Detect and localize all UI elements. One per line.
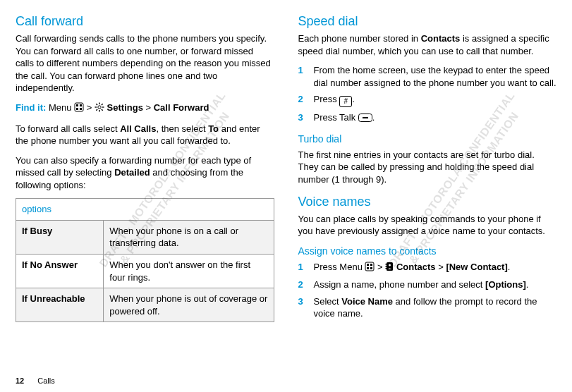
list-item: 3 Select Voice Name and follow the promp… [298, 295, 557, 320]
opt-label: If Unreachable [16, 288, 104, 322]
right-column: Speed dial Each phone number stored in C… [298, 13, 557, 327]
svg-rect-20 [370, 267, 372, 269]
svg-rect-4 [80, 108, 82, 110]
svg-line-13 [96, 109, 97, 111]
svg-point-5 [98, 106, 101, 109]
list-item: 1 Press Menu > Contacts > [New Contact]. [298, 261, 557, 275]
svg-rect-22 [386, 264, 387, 265]
svg-rect-17 [367, 264, 369, 266]
assign-voice-heading: Assign voice names to contacts [298, 245, 557, 258]
detailed-para: You can also specify a forwarding number… [16, 154, 274, 192]
page-footer: 12 Calls [16, 376, 55, 386]
turbo-dial-heading: Turbo dial [298, 133, 557, 146]
svg-line-11 [102, 109, 103, 111]
gear-icon [95, 102, 104, 116]
svg-rect-23 [386, 266, 387, 267]
svg-rect-19 [367, 267, 369, 269]
call-forward-heading: Call forward [16, 13, 274, 30]
list-item: 3 Press Talk . [298, 111, 557, 125]
svg-rect-0 [75, 103, 83, 111]
voice-names-steps: 1 Press Menu > Contacts > [New Contact].… [298, 261, 557, 320]
gt1: > [87, 102, 92, 113]
find-it-line: Find it: Menu > Settings > Call Forward [16, 102, 274, 116]
svg-rect-2 [80, 104, 82, 106]
section-name: Calls [37, 376, 54, 385]
options-header: options [16, 199, 274, 221]
speed-dial-heading: Speed dial [298, 13, 557, 30]
svg-rect-18 [370, 264, 372, 266]
menu-icon [365, 262, 375, 275]
opt-desc: When your phone is out of coverage or po… [104, 288, 274, 322]
svg-rect-3 [76, 108, 78, 110]
call-forward-intro: Call forwarding sends calls to the phone… [16, 32, 274, 94]
svg-rect-1 [76, 104, 78, 106]
page-number: 12 [16, 376, 24, 385]
menu-icon [74, 102, 84, 116]
svg-rect-15 [363, 117, 368, 118]
opt-label: If No Answer [16, 254, 104, 288]
table-row: If Busy When your phone is on a call or … [16, 220, 274, 254]
turbo-dial-text: The first nine entries in your contacts … [298, 149, 557, 186]
contacts-icon [385, 262, 394, 275]
speed-dial-steps: 1 From the home screen, use the keypad t… [298, 64, 557, 125]
findit-settings: Settings [107, 102, 143, 113]
svg-point-25 [389, 264, 391, 266]
left-column: Call forward Call forwarding sends calls… [16, 13, 274, 327]
findit-menu: Menu [49, 102, 72, 113]
opt-label: If Busy [16, 220, 104, 254]
table-row: If Unreachable When your phone is out of… [16, 288, 274, 322]
svg-line-10 [96, 104, 97, 105]
hash-key-icon: # [339, 96, 352, 107]
options-table: options If Busy When your phone is on a … [16, 198, 274, 322]
list-item: 1 From the home screen, use the keypad t… [298, 64, 557, 89]
list-item: 2 Press #. [298, 93, 557, 107]
find-it-label: Find it: [16, 102, 46, 113]
list-item: 2 Assign a name, phone number and select… [298, 278, 557, 291]
voice-names-heading: Voice names [298, 193, 557, 210]
voice-names-intro: You can place calls by speaking commands… [298, 213, 557, 238]
speed-dial-intro: Each phone number stored in Contacts is … [298, 32, 557, 57]
opt-desc: When you don't answer on the first four … [104, 254, 274, 288]
findit-callforward: Call Forward [154, 102, 209, 113]
gt2: > [146, 102, 152, 113]
svg-rect-24 [386, 268, 387, 269]
svg-rect-16 [365, 262, 374, 271]
talk-key-icon [358, 113, 372, 125]
all-calls-para: To forward all calls select All Calls, t… [16, 123, 274, 147]
svg-rect-21 [387, 262, 393, 271]
svg-line-12 [102, 104, 103, 105]
table-row: If No Answer When you don't answer on th… [16, 254, 274, 288]
opt-desc: When your phone is on a call or transfer… [104, 220, 274, 254]
